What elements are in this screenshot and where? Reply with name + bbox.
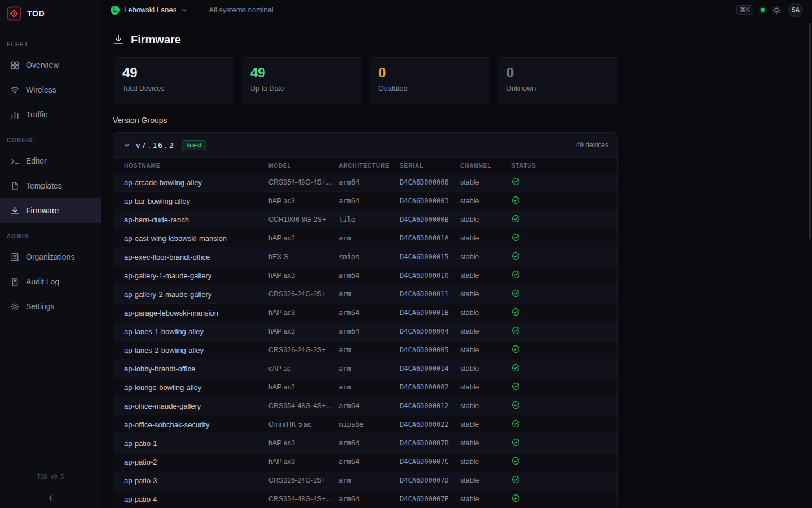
theme-toggle-sun-icon[interactable]: [772, 6, 781, 15]
org-selector[interactable]: L Lebowski Lanes: [111, 6, 188, 15]
device-status: [511, 326, 607, 337]
device-row[interactable]: ap-gallery-2-maude-galleryCRS326-24G-2S+…: [113, 285, 617, 304]
column-header-hostname: HOSTNAME: [124, 163, 268, 169]
column-header-architecture: ARCHITECTURE: [339, 163, 400, 169]
stat-card-outdated: 0Outdated: [369, 57, 489, 104]
check-circle-icon: [511, 270, 520, 279]
device-hostname: ap-lanes-2-bowling-alley: [124, 346, 268, 354]
sidebar-item-templates[interactable]: Templates: [0, 173, 101, 198]
device-hostname: ap-exec-floor-brandt-office: [124, 253, 268, 261]
device-serial: D4CA6D00000B: [400, 216, 460, 224]
stat-card-up-to-date: 49Up to Date: [241, 57, 361, 104]
device-row[interactable]: ap-patio-4CRS354-48G-4S+…arm64D4CA6D0000…: [113, 490, 617, 508]
sidebar-collapse-button[interactable]: [0, 487, 101, 508]
device-serial: D4CA6D00007D: [400, 476, 460, 484]
sidebar-item-firmware[interactable]: Firmware: [0, 198, 101, 223]
device-row[interactable]: ap-bar-bowling-alleyhAP ac3arm64D4CA6D00…: [113, 192, 617, 211]
sidebar-item-organizations[interactable]: Organizations: [0, 244, 101, 269]
device-channel: stable: [460, 402, 511, 410]
stat-label: Outdated: [378, 85, 480, 93]
device-channel: stable: [460, 253, 511, 261]
device-row[interactable]: ap-gallery-1-maude-galleryhAP ax3arm64D4…: [113, 266, 617, 285]
scrollbar[interactable]: [809, 23, 811, 240]
check-circle-icon: [511, 252, 520, 260]
sidebar-item-settings[interactable]: Settings: [0, 294, 101, 319]
file-icon: [10, 181, 20, 191]
chevron-down-icon[interactable]: [122, 141, 131, 150]
latest-badge: latest: [182, 140, 206, 150]
device-architecture: arm: [339, 476, 400, 484]
device-model: hAP ac2: [268, 383, 339, 391]
user-avatar[interactable]: SA: [788, 3, 803, 17]
chevron-down-icon: [181, 7, 188, 14]
sidebar-item-label: Firmware: [26, 206, 59, 215]
sidebar-item-audit-log[interactable]: Audit Log: [0, 269, 101, 294]
device-hostname: ap-lobby-brandt-office: [124, 365, 268, 373]
device-hostname: ap-gallery-1-maude-gallery: [124, 271, 268, 280]
sidebar-item-label: Templates: [26, 181, 62, 190]
device-channel: stable: [460, 216, 511, 224]
device-architecture: arm: [339, 383, 400, 391]
check-circle-icon: [511, 419, 520, 428]
version-group-header[interactable]: v7.16.2 latest 49 devices: [113, 133, 617, 157]
topbar-actions: ⌘K SA: [736, 3, 803, 17]
device-status: [511, 233, 607, 244]
device-hostname: ap-patio-1: [124, 439, 268, 448]
device-hostname: ap-lanes-1-bowling-alley: [124, 327, 268, 336]
device-architecture: arm64: [339, 495, 400, 503]
device-row[interactable]: ap-patio-3CRS326-24G-2S+armD4CA6D00007Ds…: [113, 471, 617, 490]
device-row[interactable]: ap-lanes-2-bowling-alleyCRS326-24G-2S+ar…: [113, 341, 617, 360]
device-row[interactable]: ap-barn-dude-ranchCCR1036-8G-2S+tileD4CA…: [113, 211, 617, 229]
device-row[interactable]: ap-east-wing-lebowski-mansionhAP ac2armD…: [113, 229, 617, 248]
sidebar-item-editor[interactable]: Editor: [0, 148, 101, 173]
stats-row: 49Total Devices49Up to Date0Outdated0Unk…: [113, 57, 801, 104]
device-row[interactable]: ap-office-maude-galleryCRS354-48G-4S+…ar…: [113, 397, 617, 415]
device-model: CRS326-24G-2S+: [268, 346, 339, 354]
main-content: Firmware 49Total Devices49Up to Date0Out…: [102, 20, 812, 508]
sidebar-item-traffic[interactable]: Traffic: [0, 102, 101, 127]
system-status-message: All systems nominal: [209, 6, 273, 14]
sidebar-item-overview[interactable]: Overview: [0, 52, 101, 77]
check-circle-icon: [511, 475, 520, 484]
sidebar-nav: FLEETOverviewWirelessTrafficCONFIGEditor…: [0, 27, 101, 469]
sidebar-item-wireless[interactable]: Wireless: [0, 77, 101, 102]
device-architecture: arm64: [339, 271, 400, 279]
device-hostname: ap-patio-4: [124, 495, 268, 503]
sidebar-item-label: Organizations: [26, 252, 74, 261]
sidebar-section-label: ADMIN: [0, 231, 101, 242]
device-row[interactable]: ap-office-sobchak-securityOmniTIK 5 acmi…: [113, 415, 617, 434]
device-status: [511, 214, 607, 225]
download-icon: [10, 206, 20, 216]
device-status: [511, 289, 607, 300]
command-palette-shortcut[interactable]: ⌘K: [736, 5, 753, 15]
device-architecture: arm: [339, 234, 400, 242]
grid-icon: [10, 60, 20, 70]
column-header-status: STATUS: [511, 163, 607, 169]
status-indicator-dot: [761, 8, 765, 12]
download-icon: [113, 34, 124, 45]
device-row[interactable]: ap-garage-lebowski-mansionhAP ac3arm64D4…: [113, 304, 617, 322]
device-channel: stable: [460, 476, 511, 484]
device-row[interactable]: ap-lounge-bowling-alleyhAP ac2armD4CA6D0…: [113, 378, 617, 397]
device-model: CCR1036-8G-2S+: [268, 216, 339, 224]
device-row[interactable]: ap-lobby-brandt-officecAP acarmD4CA6D000…: [113, 360, 617, 378]
device-row[interactable]: ap-patio-2hAP ax3arm64D4CA6D00007Cstable: [113, 453, 617, 471]
gear-icon: [10, 302, 20, 312]
device-row[interactable]: ap-patio-1hAP ac3arm64D4CA6D00007Bstable: [113, 434, 617, 453]
device-status: [511, 494, 607, 505]
device-row[interactable]: ap-exec-floor-brandt-officehEX SsmipsD4C…: [113, 248, 617, 266]
device-channel: stable: [460, 290, 511, 298]
device-architecture: tile: [339, 216, 400, 224]
stat-value: 49: [250, 65, 352, 81]
device-row[interactable]: ap-arcade-bowling-alleyCRS354-48G-4S+…ar…: [113, 173, 617, 192]
device-channel: stable: [460, 271, 511, 279]
device-channel: stable: [460, 365, 511, 373]
stat-value: 0: [506, 65, 608, 81]
doc-lines-icon: [10, 277, 20, 287]
device-row[interactable]: ap-lanes-1-bowling-alleyhAP ax3arm64D4CA…: [113, 322, 617, 341]
device-status: [511, 252, 607, 262]
device-hostname: ap-garage-lebowski-mansion: [124, 309, 268, 317]
device-serial: D4CA6D000005: [400, 346, 460, 354]
device-channel: stable: [460, 421, 511, 428]
device-architecture: arm64: [339, 327, 400, 335]
